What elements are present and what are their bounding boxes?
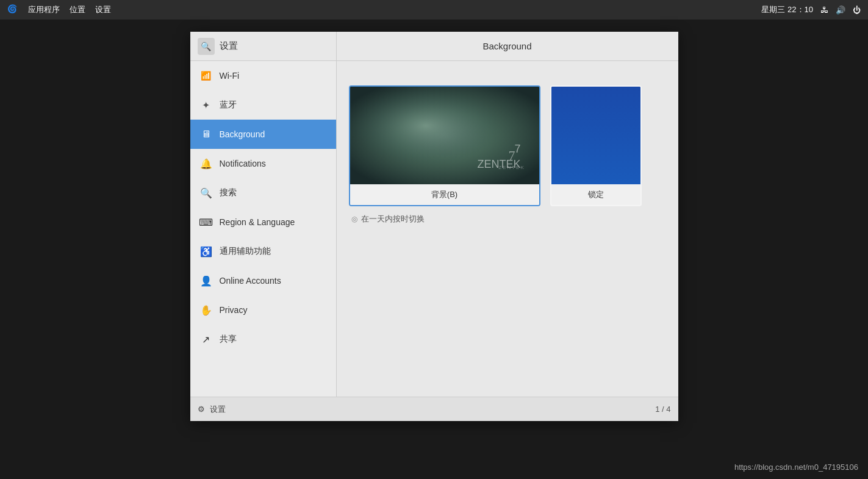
content-title: Background — [482, 41, 531, 51]
wallpaper-card-1[interactable]: 7 ZENTEK 背景(B) — [349, 85, 540, 206]
wallpaper-card-2[interactable]: 锁定 — [550, 85, 642, 206]
svg-text:ZENTEK: ZENTEK — [498, 165, 525, 170]
sidebar-label-bluetooth: 蓝牙 — [220, 99, 237, 110]
sidebar-title: 设置 — [220, 40, 238, 52]
sidebar-item-share[interactable]: ↗ 共享 — [190, 325, 336, 354]
rotate-radio-icon: ◎ — [351, 215, 357, 223]
search-icon: 🔍 — [200, 187, 212, 199]
sidebar: Wi-Fi 蓝牙 🖥 Background 🔔 Notifications 🔍 … — [190, 61, 337, 397]
wallpaper-grid: 7 ZENTEK 背景(B) — [349, 85, 666, 206]
watermark: https://blog.csdn.net/m0_47195106 — [734, 463, 858, 472]
notifications-icon: 🔔 — [200, 157, 212, 170]
sidebar-item-privacy[interactable]: ✋ Privacy — [190, 295, 336, 325]
background-icon: 🖥 — [200, 128, 212, 140]
sidebar-item-accessibility[interactable]: ♿ 通用辅助功能 — [190, 237, 336, 266]
bluetooth-icon — [200, 99, 212, 111]
rotate-info: ◎ 在一天内按时切换 — [349, 214, 666, 225]
power-icon[interactable]: ⏻ — [853, 5, 861, 15]
sidebar-item-bluetooth[interactable]: 蓝牙 — [190, 90, 336, 120]
sidebar-item-online-accounts[interactable]: 👤 Online Accounts — [190, 266, 336, 295]
window-header-left: 🔍 设置 — [190, 32, 337, 60]
sidebar-item-background[interactable]: 🖥 Background — [190, 120, 336, 149]
content-area: 7 ZENTEK 背景(B) — [337, 61, 678, 397]
region-icon: ⌨ — [200, 216, 212, 228]
topbar-datetime: 星期三 22：10 — [761, 4, 813, 15]
footer-settings-icon: ⚙ — [198, 405, 205, 414]
window-body: Wi-Fi 蓝牙 🖥 Background 🔔 Notifications 🔍 … — [190, 61, 678, 397]
svg-rect-2 — [350, 87, 539, 184]
topbar-menu[interactable]: 应用程序 位置 设置 — [28, 4, 111, 15]
settings-window: 🔍 设置 Background Wi-Fi 蓝牙 🖥 — [190, 32, 678, 421]
window-header-right: Background — [337, 32, 678, 60]
wallpaper-label-2: 锁定 — [551, 184, 640, 205]
topbar-logo: 🌀 — [7, 4, 18, 15]
volume-icon[interactable]: 🔊 — [836, 5, 845, 15]
window-footer: ⚙ 设置 1 / 4 — [190, 397, 678, 421]
sidebar-label-accessibility: 通用辅助功能 — [220, 246, 271, 257]
menu-apps[interactable]: 应用程序 — [28, 4, 60, 15]
menu-location[interactable]: 位置 — [70, 4, 85, 15]
rotate-text: 在一天内按时切换 — [361, 214, 425, 225]
sidebar-item-wifi[interactable]: Wi-Fi — [190, 61, 336, 90]
online-accounts-icon: 👤 — [200, 275, 212, 287]
wallpaper-thumb-2 — [551, 87, 642, 184]
privacy-icon: ✋ — [200, 304, 212, 316]
topbar-left: 🌀 应用程序 位置 设置 — [7, 4, 111, 15]
accessibility-icon: ♿ — [200, 245, 212, 258]
window-area: 🔍 设置 Background Wi-Fi 蓝牙 🖥 — [0, 20, 868, 479]
menu-settings[interactable]: 设置 — [95, 4, 111, 15]
svg-rect-5 — [551, 87, 642, 184]
topbar: 🌀 应用程序 位置 设置 星期三 22：10 🖧 🔊 ⏻ — [0, 0, 868, 20]
wallpaper-svg-2 — [551, 87, 642, 184]
search-button[interactable]: 🔍 — [198, 38, 215, 55]
wallpaper-thumb-1: 7 ZENTEK — [350, 87, 539, 184]
svg-text:7: 7 — [508, 148, 515, 163]
topbar-right: 星期三 22：10 🖧 🔊 ⏻ — [761, 4, 861, 15]
footer-left: ⚙ 设置 — [198, 404, 226, 415]
sidebar-label-background: Background — [220, 129, 265, 139]
footer-settings-label: 设置 — [210, 404, 226, 415]
sidebar-label-region: Region & Language — [220, 217, 295, 227]
wallpaper-svg-1: 7 ZENTEK — [350, 87, 539, 184]
sidebar-label-wifi: Wi-Fi — [220, 71, 240, 81]
network-icon[interactable]: 🖧 — [820, 5, 828, 15]
share-icon: ↗ — [200, 333, 212, 345]
wallpaper-label-1: 背景(B) — [350, 184, 539, 205]
sidebar-item-search[interactable]: 🔍 搜索 — [190, 178, 336, 207]
wifi-icon — [200, 70, 212, 82]
sidebar-item-notifications[interactable]: 🔔 Notifications — [190, 149, 336, 178]
sidebar-label-notifications: Notifications — [220, 159, 266, 168]
sidebar-label-online-accounts: Online Accounts — [220, 276, 281, 286]
footer-pagination: 1 / 4 — [655, 405, 670, 414]
sidebar-label-share: 共享 — [220, 334, 237, 345]
sidebar-label-search: 搜索 — [220, 187, 237, 198]
window-header: 🔍 设置 Background — [190, 32, 678, 61]
sidebar-label-privacy: Privacy — [220, 305, 248, 315]
sidebar-item-region[interactable]: ⌨ Region & Language — [190, 207, 336, 237]
